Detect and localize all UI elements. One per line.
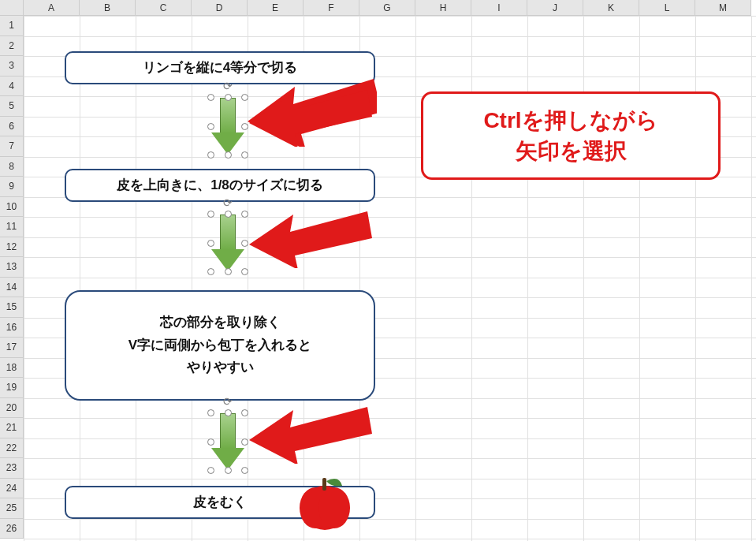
row-header[interactable]: 8	[0, 157, 24, 177]
column-header[interactable]: J	[527, 0, 583, 16]
row-header[interactable]: 23	[0, 458, 24, 479]
column-header[interactable]: F	[304, 0, 359, 16]
column-header[interactable]: C	[136, 0, 192, 16]
row-header[interactable]: 21	[0, 418, 24, 438]
row-header[interactable]: 19	[0, 378, 24, 398]
header-corner[interactable]	[0, 0, 24, 16]
column-header[interactable]: G	[359, 0, 415, 16]
row-header[interactable]: 18	[0, 358, 24, 379]
row-header[interactable]: 14	[0, 278, 24, 298]
row-header[interactable]: 24	[0, 479, 24, 499]
column-header[interactable]: H	[415, 0, 471, 16]
column-header[interactable]: L	[639, 0, 695, 16]
row-header[interactable]: 12	[0, 237, 24, 258]
row-header[interactable]: 13	[0, 257, 24, 278]
row-header[interactable]: 9	[0, 177, 24, 197]
row-header[interactable]: 11	[0, 217, 24, 237]
row-header[interactable]: 1	[0, 16, 24, 36]
row-header[interactable]: 17	[0, 338, 24, 358]
column-header[interactable]: A	[24, 0, 80, 16]
row-header[interactable]: 25	[0, 498, 24, 519]
row-header[interactable]: 15	[0, 297, 24, 318]
column-header[interactable]: I	[471, 0, 527, 16]
column-header[interactable]: B	[80, 0, 136, 16]
row-header[interactable]: 22	[0, 438, 24, 459]
row-header[interactable]: 26	[0, 519, 24, 539]
spreadsheet-grid: ABCDEFGHIJKLM 12345678910111213141516171…	[0, 0, 756, 541]
row-header[interactable]: 6	[0, 117, 24, 137]
row-header[interactable]: 16	[0, 318, 24, 338]
row-header[interactable]: 5	[0, 96, 24, 117]
column-header[interactable]: E	[248, 0, 304, 16]
row-header[interactable]: 3	[0, 56, 24, 76]
row-header[interactable]: 2	[0, 36, 24, 57]
column-header[interactable]: K	[583, 0, 639, 16]
column-header[interactable]: M	[695, 0, 751, 16]
row-header[interactable]: 10	[0, 197, 24, 218]
row-header[interactable]: 7	[0, 136, 24, 157]
column-header[interactable]: D	[192, 0, 248, 16]
row-header[interactable]: 4	[0, 76, 24, 97]
row-header[interactable]: 20	[0, 398, 24, 419]
